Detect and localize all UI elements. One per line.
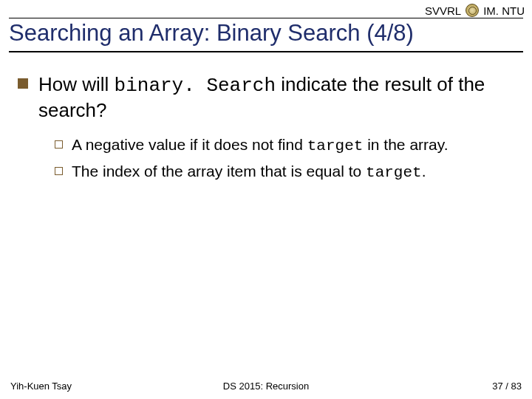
footer: Yih-Kuen Tsay DS 2015: Recursion 37 / 83 — [10, 381, 522, 392]
list-item: How will binary. Search indicate the res… — [18, 72, 514, 122]
code-segment: target — [366, 164, 422, 181]
text-segment: The index of the array item that is equa… — [72, 163, 366, 180]
code-segment: binary. Search — [115, 75, 276, 97]
bullet-text: How will binary. Search indicate the res… — [38, 72, 514, 122]
text-segment: How will — [38, 73, 115, 95]
hollow-square-bullet-icon — [55, 140, 63, 149]
content-area: How will binary. Search indicate the res… — [18, 72, 514, 189]
header-institute: IM. NTU — [483, 4, 525, 17]
text-segment: A negative value if it does not find — [72, 136, 307, 153]
slide-title: Searching an Array: Binary Search (4/8) — [9, 20, 523, 50]
title-block: Searching an Array: Binary Search (4/8) — [9, 18, 523, 52]
title-rule-top — [9, 18, 523, 18]
code-segment: target — [307, 137, 364, 154]
text-segment: in the array. — [363, 136, 448, 153]
hollow-square-bullet-icon — [55, 167, 63, 175]
footer-page-number: 37 / 83 — [492, 381, 522, 392]
square-bullet-icon — [18, 78, 28, 89]
text-segment: . — [422, 163, 426, 180]
footer-author: Yih-Kuen Tsay — [10, 381, 72, 392]
title-rule-bottom — [9, 51, 523, 52]
header: SVVRL IM. NTU — [7, 2, 525, 18]
ntu-logo-icon — [466, 4, 479, 17]
footer-course: DS 2015: Recursion — [10, 381, 522, 392]
list-item: The index of the array item that is equa… — [55, 162, 514, 183]
header-lab: SVVRL — [425, 4, 461, 17]
list-item: A negative value if it does not find tar… — [55, 135, 514, 156]
sub-list: A negative value if it does not find tar… — [55, 135, 514, 183]
bullet-text: The index of the array item that is equa… — [72, 162, 426, 183]
bullet-text: A negative value if it does not find tar… — [72, 135, 449, 156]
